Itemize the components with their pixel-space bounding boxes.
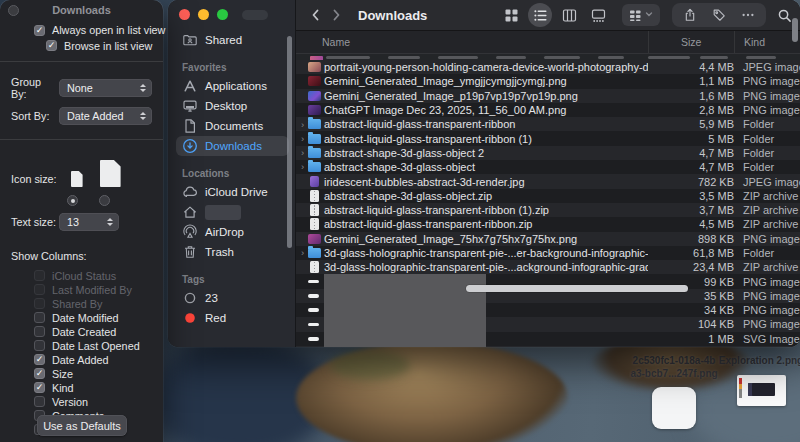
file-row[interactable]: abstract-liquid-glass-transparent-ribbon… [296,217,800,231]
group-by-button[interactable] [622,4,660,26]
view-option-row[interactable]: ✓Size [0,367,163,380]
view-option-row[interactable]: Version [0,395,163,408]
column-view-button[interactable] [557,3,581,27]
group-by-select[interactable]: None [59,79,152,97]
file-name: abstract-liquid-glass-transparent-ribbon… [322,218,648,230]
file-row[interactable]: ›3d-glass-holographic-transparent-pie-..… [296,246,800,260]
column-header-name[interactable]: Name [322,36,648,48]
column-header-kind[interactable]: Kind [734,31,800,53]
forward-button[interactable] [326,4,346,26]
view-option-row[interactable]: Last Modified By [0,283,163,296]
list-column-headers: Name Size Kind [296,31,800,54]
file-row-lead [296,189,322,203]
large-icon-radio[interactable] [99,195,110,206]
redaction-box [324,303,486,317]
checkbox[interactable]: ✓ [46,40,57,51]
file-row[interactable]: 3d-glass-holographic-transparent-pie-...… [296,260,800,274]
view-option-row[interactable]: ✓Browse in list view [0,39,163,54]
sidebar-item-desktop[interactable]: Desktop [176,96,289,116]
sidebar-item-airdrop[interactable]: AirDrop [176,222,289,242]
file-row[interactable]: Gemini_Generated_Image_p19p7vp19p7vp19p.… [296,89,800,103]
sidebar-item-red[interactable]: Red [176,308,289,328]
tag-button[interactable] [712,8,726,22]
file-row[interactable]: ›abstract-shape-3d-glass-object4,7 MBFol… [296,160,800,174]
view-option-row[interactable]: iCloud Status [0,269,163,282]
file-name: abstract-liquid-glass-transparent-ribbon… [322,133,648,145]
horizontal-scrollbar[interactable] [466,285,688,292]
disclosure-chevron-icon[interactable]: › [298,248,307,258]
view-option-row[interactable]: ✓Kind [0,381,163,394]
view-option-row[interactable]: ✓Always open in list view [0,23,163,38]
file-row[interactable]: Gemini_Generated_Image_ymgjjcymgjjcymgj.… [296,74,800,88]
checkbox[interactable] [34,326,45,337]
disclosure-chevron-icon[interactable]: › [298,148,307,158]
desktop-icon-exploration-2-png[interactable]: Exploration 2.png [716,355,800,406]
checkbox[interactable] [34,396,45,407]
sidebar-scrollbar[interactable] [287,36,292,248]
checkbox[interactable]: ✓ [34,382,45,393]
view-option-row[interactable]: ✓Date Added [0,353,163,366]
close-panel-button[interactable] [8,5,19,16]
checkbox[interactable]: ✓ [34,368,45,379]
minimize-window-button[interactable] [198,9,209,20]
disclosure-chevron-icon[interactable]: › [298,120,307,130]
small-icon-radio[interactable] [67,195,78,206]
zoom-window-button[interactable] [217,9,228,20]
file-row[interactable]: 1 MBSVG Image [296,332,800,346]
file-row[interactable]: ›abstract-liquid-glass-transparent-ribbo… [296,131,800,145]
sidebar-item-documents[interactable]: Documents [176,116,289,136]
disclosure-chevron-icon[interactable]: › [298,162,307,172]
vertical-scrollbar[interactable] [792,18,798,42]
sidebar-item-icloud-drive[interactable]: iCloud Drive [176,182,289,202]
checkbox[interactable]: ✓ [34,25,45,36]
view-option-row[interactable]: Date Modified [0,311,163,324]
checkbox[interactable] [34,270,45,281]
search-button[interactable] [777,8,792,23]
column-header-size[interactable]: Size [648,31,734,53]
sidebar-item-applications[interactable]: Applications [176,76,289,96]
file-row[interactable]: ›abstract-shape-3d-glass-object 24,7 MBF… [296,146,800,160]
file-row[interactable]: abstract-shape-3d-glass-object.zip3,5 MB… [296,189,800,203]
sidebar-item-downloads[interactable]: Downloads [176,136,289,156]
sort-by-select[interactable]: Date Added [59,107,152,125]
sidebar-item-23[interactable]: 23 [176,288,289,308]
disclosure-chevron-icon[interactable]: › [298,134,307,144]
file-row[interactable]: ›abstract-liquid-glass-transparent-ribbo… [296,117,800,131]
sidebar-item-trash[interactable]: Trash [176,242,289,262]
text-size-select[interactable]: 13 [59,213,119,231]
view-option-row[interactable]: Shared By [0,297,163,310]
list-view-button[interactable] [528,3,552,27]
checkbox[interactable]: ✓ [34,354,45,365]
view-option-row[interactable]: Date Last Opened [0,339,163,352]
file-row[interactable]: portrait-young-person-holding-camera-dev… [296,60,800,74]
file-row[interactable]: iridescent-bubbles-abstract-3d-render.jp… [296,174,800,188]
sidebar-item-shared[interactable]: Shared [176,30,289,50]
file-name-redacted [322,303,648,317]
checkbox[interactable] [34,284,45,295]
share-button[interactable] [683,8,697,22]
more-options-button[interactable] [741,8,755,22]
file-row-partial[interactable] [296,54,800,60]
use-as-defaults-button[interactable]: Use as Defaults [37,415,127,436]
file-row[interactable]: abstract-liquid-glass-transparent-ribbon… [296,203,800,217]
gallery-view-button[interactable] [586,3,610,27]
file-row[interactable]: 5 KBSVG Image [296,346,800,347]
checkbox[interactable] [34,312,45,323]
documents-icon [182,118,198,134]
icon-view-button[interactable] [499,3,523,27]
file-row[interactable]: Gemini_Generated_Image_75hx7g75hx7g75hx.… [296,232,800,246]
sidebar-item-label: Red [205,312,226,324]
file-row[interactable]: 104 KBPNG image [296,317,800,331]
file-row[interactable]: ChatGPT Image Dec 23, 2025, 11_56_00 AM.… [296,103,800,117]
file-row[interactable]: 34 KBPNG image [296,303,800,317]
back-button[interactable] [306,4,326,26]
desktop-icon-2c530fc1-018a-4b-a3-bcb7[interactable]: 2c530fc1-018a-4ba3-bcb7...247f.png [622,355,726,429]
checkbox[interactable] [34,298,45,309]
file-kind: SVG Image [734,333,800,345]
view-option-row[interactable]: Date Created [0,325,163,338]
file-row-lead [296,332,322,346]
close-window-button[interactable] [179,9,190,20]
sidebar-item-redacted-home[interactable] [176,202,289,222]
checkbox[interactable] [34,340,45,351]
checkbox-label: Browse in list view [64,40,152,52]
